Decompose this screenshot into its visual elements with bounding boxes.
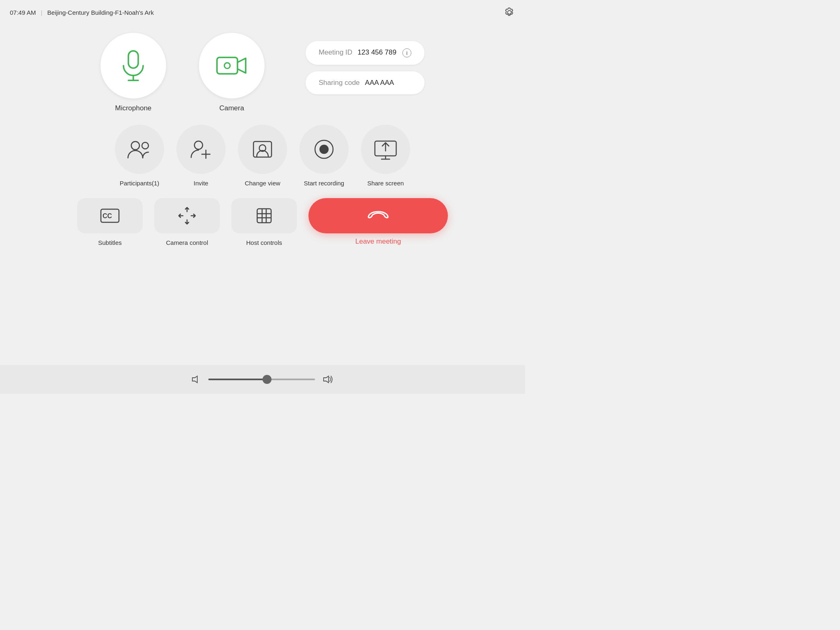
camera-icon [215, 53, 248, 78]
start-recording-icon [313, 138, 336, 161]
svg-point-6 [142, 142, 148, 149]
svg-point-13 [320, 145, 328, 153]
host-controls-button[interactable] [231, 198, 297, 233]
leave-meeting-container: Leave meeting [308, 198, 448, 246]
sharing-code-pill: Sharing code AAA AAA [306, 71, 425, 94]
participants-label: Participants(1) [120, 180, 160, 187]
location-title: Beijing-Century Building-F1-Noah's Ark [47, 9, 154, 16]
main-content: Microphone Camera Meeting ID 123 456 789 [0, 25, 525, 262]
microphone-container: Microphone [100, 33, 166, 112]
invite-button[interactable] [176, 125, 226, 174]
share-screen-container: Share screen [361, 125, 410, 187]
share-screen-label: Share screen [367, 180, 404, 187]
subtitles-container: CC Subtitles [77, 198, 143, 246]
volume-high-icon [322, 374, 334, 384]
info-icon[interactable]: i [402, 48, 411, 57]
svg-rect-0 [128, 51, 138, 68]
invite-label: Invite [194, 180, 208, 187]
microphone-label: Microphone [115, 104, 151, 112]
volume-slider-fill [208, 379, 267, 380]
meeting-id-pill: Meeting ID 123 456 789 i [306, 41, 425, 65]
start-recording-label: Start recording [304, 180, 344, 187]
change-view-container: Change view [238, 125, 287, 187]
change-view-button[interactable] [238, 125, 287, 174]
share-screen-icon [373, 139, 398, 160]
svg-text:CC: CC [103, 212, 112, 219]
header-left: 07:49 AM | Beijing-Century Building-F1-N… [10, 9, 154, 16]
bottom-row: CC Subtitles Camera control [77, 198, 448, 246]
meeting-id-label: Meeting ID [319, 48, 352, 56]
subtitles-icon: CC [99, 208, 121, 224]
start-recording-button[interactable] [299, 125, 349, 174]
top-row: Microphone Camera Meeting ID 123 456 789 [25, 33, 500, 112]
svg-point-4 [224, 63, 230, 68]
camera-control-icon [176, 205, 198, 226]
change-view-icon [251, 139, 274, 160]
time-display: 07:49 AM [10, 9, 36, 16]
meeting-info-panel: Meeting ID 123 456 789 i Sharing code AA… [306, 41, 425, 94]
subtitles-label: Subtitles [98, 239, 122, 246]
leave-meeting-button[interactable] [308, 198, 448, 233]
subtitles-button[interactable]: CC [77, 198, 143, 233]
meeting-id-value: 123 456 789 [358, 48, 397, 56]
host-controls-icon [254, 205, 274, 226]
settings-button[interactable] [504, 7, 515, 18]
svg-point-5 [131, 142, 139, 150]
microphone-button[interactable] [100, 33, 166, 98]
invite-icon [189, 138, 212, 161]
svg-point-7 [194, 141, 203, 149]
volume-low-icon [191, 374, 201, 384]
microphone-icon [119, 49, 148, 82]
volume-slider-track[interactable] [208, 379, 315, 380]
camera-control-button[interactable] [154, 198, 220, 233]
host-controls-label: Host controls [246, 239, 282, 246]
device-buttons: Microphone Camera [100, 33, 265, 112]
volume-bar [0, 365, 525, 394]
sharing-code-label: Sharing code [319, 79, 360, 87]
participants-icon [127, 139, 152, 160]
header: 07:49 AM | Beijing-Century Building-F1-N… [0, 0, 525, 25]
host-controls-container: Host controls [231, 198, 297, 246]
participants-container: Participants(1) [115, 125, 164, 187]
participants-button[interactable] [115, 125, 164, 174]
invite-container: Invite [176, 125, 226, 187]
volume-slider-thumb[interactable] [262, 375, 272, 384]
svg-rect-24 [257, 209, 271, 223]
camera-button[interactable] [199, 33, 265, 98]
camera-container: Camera [199, 33, 265, 112]
svg-rect-3 [217, 57, 237, 74]
camera-label: Camera [219, 104, 244, 112]
share-screen-button[interactable] [361, 125, 410, 174]
camera-control-label: Camera control [166, 239, 208, 246]
controls-row: Participants(1) Invite [115, 125, 410, 187]
header-divider: | [41, 9, 42, 16]
start-recording-container: Start recording [299, 125, 349, 187]
gear-icon [504, 7, 515, 18]
svg-marker-30 [324, 376, 329, 383]
end-call-icon [368, 210, 389, 221]
svg-marker-29 [192, 376, 197, 383]
svg-rect-10 [253, 142, 272, 157]
sharing-code-value: AAA AAA [365, 79, 394, 87]
change-view-label: Change view [245, 180, 281, 187]
camera-control-container: Camera control [154, 198, 220, 246]
leave-meeting-label: Leave meeting [355, 237, 401, 246]
